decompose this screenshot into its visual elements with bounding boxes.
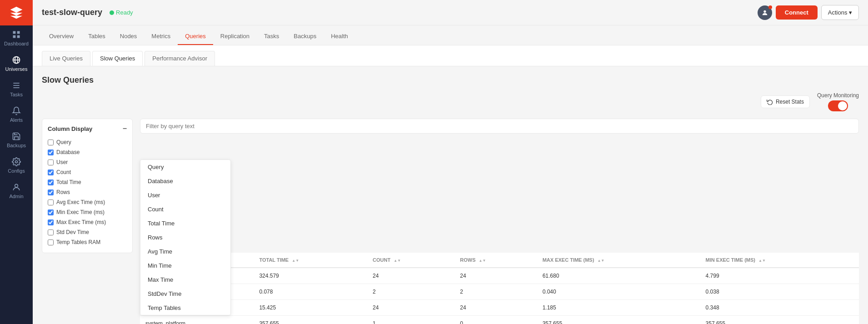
table-row[interactable]: system_platform 357.655 1 0 357.655 357.… (140, 316, 859, 324)
col-temptables-checkbox[interactable] (48, 239, 54, 245)
sidebar-item-dashboard[interactable]: Dashboard (0, 25, 33, 51)
sidebar-item-configs[interactable]: Configs (0, 153, 33, 178)
cell-rows-3: 24 (454, 300, 537, 316)
cell-minexec-2: 0.038 (700, 284, 859, 300)
svg-rect-0 (13, 31, 16, 34)
th-total-time[interactable]: TOTAL TIME ▲▼ (254, 253, 367, 268)
universes-icon (12, 55, 21, 65)
th-min-exec[interactable]: MIN EXEC TIME (MS) ▲▼ (700, 253, 859, 268)
dropdown-item-maxtime[interactable]: Max Time (140, 273, 230, 287)
col-avgexec-item: Avg Exec Time (ms) (48, 197, 127, 207)
table-row[interactable]: system_platform 15.425 24 24 1.185 0.348 (140, 300, 859, 316)
dropdown-item-rows[interactable]: Rows (140, 230, 230, 244)
reset-stats-button[interactable]: Reset Stats (761, 95, 810, 108)
col-query-item: Query (48, 137, 127, 147)
col-temptables-item: Temp Tables RAM (48, 237, 127, 247)
page-title: Slow Queries (42, 75, 859, 85)
col-rows-item: Rows (48, 187, 127, 197)
cell-maxexec-4: 357.655 (537, 316, 700, 324)
col-count-checkbox[interactable] (48, 169, 54, 175)
tab-backups[interactable]: Backups (286, 28, 324, 45)
filter-input[interactable] (140, 119, 859, 134)
sort-totaltime-icon: ▲▼ (292, 259, 299, 263)
collapse-icon[interactable]: − (123, 125, 127, 133)
subtab-live[interactable]: Live Queries (42, 51, 90, 66)
admin-icon (12, 183, 21, 192)
th-max-exec[interactable]: MAX EXEC TIME (MS) ▲▼ (537, 253, 700, 268)
cell-maxexec-2: 0.040 (537, 284, 700, 300)
col-database-checkbox[interactable] (48, 150, 54, 155)
col-query-checkbox[interactable] (48, 140, 54, 145)
sort-minexec-icon: ▲▼ (758, 259, 766, 263)
status-badge: Ready (110, 9, 133, 16)
tab-tasks[interactable]: Tasks (257, 28, 286, 45)
tab-overview[interactable]: Overview (42, 28, 81, 45)
sort-count-icon: ▲▼ (394, 259, 401, 263)
svg-point-10 (15, 161, 18, 163)
cell-totaltime-3: 15.425 (254, 300, 367, 316)
sidebar-item-universes[interactable]: Universes (0, 51, 33, 76)
two-column-layout: Column Display − Query Database User (42, 119, 859, 324)
cell-rows-1: 24 (454, 268, 537, 284)
col-rows-checkbox[interactable] (48, 189, 54, 195)
col-user-checkbox[interactable] (48, 160, 54, 165)
dropdown-item-query[interactable]: Query (140, 160, 230, 174)
table-row[interactable]: system_platform 324.579 24 24 61.680 4.7… (140, 268, 859, 284)
subtab-perf[interactable]: Performance Advisor (145, 51, 215, 66)
connect-button[interactable]: Connect (776, 5, 818, 20)
col-totaltime-item: Total Time (48, 177, 127, 187)
status-dot (110, 10, 114, 15)
svg-point-12 (763, 10, 766, 12)
tab-health[interactable]: Health (324, 28, 355, 45)
user-avatar[interactable] (758, 5, 772, 20)
col-avgexec-checkbox[interactable] (48, 199, 54, 205)
col-minexec-item: Min Exec Time (ms) (48, 207, 127, 217)
dropdown-item-temptables[interactable]: Temp Tables (140, 301, 230, 315)
tab-metrics[interactable]: Metrics (144, 28, 178, 45)
tab-replication[interactable]: Replication (213, 28, 257, 45)
column-display-header: Column Display − (48, 125, 127, 133)
subtab-slow[interactable]: Slow Queries (92, 51, 143, 66)
col-database-item: Database (48, 147, 127, 157)
th-count[interactable]: COUNT ▲▼ (367, 253, 454, 268)
sidebar-item-alerts[interactable]: Alerts (0, 102, 33, 127)
dropdown-item-avgtime[interactable]: Avg Time (140, 244, 230, 259)
query-monitoring-toggle[interactable] (828, 100, 848, 111)
dropdown-item-stddev[interactable]: StdDev Time (140, 287, 230, 301)
sidebar-logo[interactable] (0, 0, 33, 25)
dropdown-item-database[interactable]: Database (140, 174, 230, 188)
table-row[interactable]: system_platform 0.078 2 2 0.040 0.038 (140, 284, 859, 300)
tab-tables[interactable]: Tables (81, 28, 113, 45)
col-maxexec-checkbox[interactable] (48, 219, 54, 225)
dropdown-item-count[interactable]: Count (140, 202, 230, 216)
sidebar-item-admin[interactable]: Admin (0, 178, 33, 204)
cell-minexec-1: 4.799 (700, 268, 859, 284)
svg-rect-1 (17, 31, 20, 34)
backups-icon (12, 132, 21, 141)
svg-point-11 (15, 184, 18, 187)
dropdown-item-user[interactable]: User (140, 188, 230, 202)
sidebar-item-backups[interactable]: Backups (0, 127, 33, 153)
dropdown-item-mintime[interactable]: Min Time (140, 259, 230, 273)
header-actions: Connect Actions ▾ (758, 5, 859, 20)
dropdown-item-totaltime[interactable]: Total Time (140, 216, 230, 230)
cell-count-3: 24 (367, 300, 454, 316)
sidebar-item-tasks[interactable]: Tasks (0, 76, 33, 102)
queries-table: DATABASE ▲▼ TOTAL TIME ▲▼ COUNT ▲▼ (140, 253, 859, 324)
universe-title: test-slow-query (42, 8, 102, 17)
query-monitoring-label: Query Monitoring (817, 92, 859, 99)
user-icon (761, 9, 768, 16)
tab-queries[interactable]: Queries (178, 28, 213, 45)
col-maxexec-item: Max Exec Time (ms) (48, 217, 127, 227)
actions-button[interactable]: Actions ▾ (821, 5, 859, 20)
queries-table-container: DATABASE ▲▼ TOTAL TIME ▲▼ COUNT ▲▼ (140, 253, 859, 324)
sidebar: Dashboard Universes Tasks Alerts Backups… (0, 0, 33, 324)
col-minexec-checkbox[interactable] (48, 209, 54, 215)
content-area: Slow Queries Reset Stats Query Monitorin… (33, 66, 868, 324)
col-stddev-checkbox[interactable] (48, 229, 54, 235)
th-rows[interactable]: ROWS ▲▼ (454, 253, 537, 268)
filter-dropdown: Query Database User Count Total Time Row… (140, 160, 231, 315)
col-totaltime-checkbox[interactable] (48, 179, 54, 185)
tab-nodes[interactable]: Nodes (113, 28, 145, 45)
col-stddev-item: Std Dev Time (48, 227, 127, 237)
